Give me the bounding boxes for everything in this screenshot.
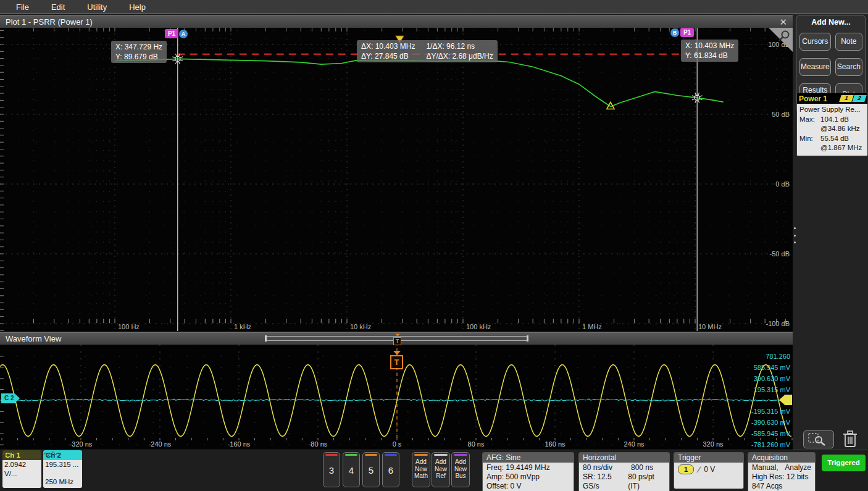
acquisition-title: Acquisition <box>748 453 815 463</box>
zoom-select-button[interactable] <box>803 430 834 448</box>
close-icon[interactable]: ✕ <box>779 17 787 27</box>
channel1-coupling-icons <box>4 478 40 486</box>
power1-measurement-card[interactable]: Power 1 1 2 Power Supply Re... Max:104.1… <box>796 93 868 156</box>
channel5-add-button[interactable]: 5 <box>362 452 380 487</box>
menu-bar: FileEditUtilityHelp <box>0 0 868 14</box>
rising-edge-icon: ∕ <box>698 465 699 474</box>
waveform-y-tick-label: 195.315 mV <box>754 386 791 393</box>
cursor-b-x: X: 10.403 MHz <box>685 41 734 51</box>
waveform-x-tick-label: 320 ns <box>703 440 724 448</box>
add-new-bus-button[interactable]: AddNewBus <box>451 452 470 487</box>
psrr-x-tick-label: 1 MHz <box>582 323 602 330</box>
delta-y-over-x: ΔY/ΔX: 2.68 μdB/Hz <box>426 51 493 61</box>
channel1-badge[interactable]: Ch 1 2.0942 V/... 250 MHz Bw <box>2 450 41 488</box>
power1-title: Power 1 <box>799 94 840 103</box>
afg-title: AFG: Sine <box>483 453 574 463</box>
trigger-position-marker[interactable]: T <box>390 351 403 369</box>
menu-item-utility[interactable]: Utility <box>87 2 107 12</box>
trigger-level: 0 V <box>704 465 715 474</box>
psrr-chart: 100 Hz1 kHz10 kHz100 kHz1 MHz10 MHz100 d… <box>0 28 793 331</box>
psrr-x-tick-label: 1 kHz <box>234 323 251 330</box>
channel1-bandwidth: 250 MHz <box>4 487 33 488</box>
inverse-delta-x: 1/ΔX: 96.12 ns <box>426 41 493 51</box>
bottom-settings-bar: Ch 1 2.0942 V/... 250 MHz Bw Ch 2 195.31… <box>0 450 868 491</box>
cursor-a-plot-badge[interactable]: P1 <box>165 29 178 38</box>
add-new-math-button[interactable]: AddNewMath <box>412 452 430 487</box>
waveform-x-tick-label: -240 ns <box>149 440 172 448</box>
psrr-y-tick-label: 0 dB <box>775 180 790 188</box>
plot-window-titlebar[interactable]: Plot 1 - PSRR (Power 1) ✕ <box>0 15 793 28</box>
ch2-trace <box>0 399 791 401</box>
waveform-y-tick-label: -781.260 mV <box>751 441 791 448</box>
menu-item-file[interactable]: File <box>16 2 29 12</box>
channel2-badge[interactable]: Ch 2 195.315 ... 250 MHz Bw <box>43 450 82 488</box>
psrr-x-tick-label: 100 kHz <box>466 323 491 330</box>
trigger-source-badge: 1 <box>678 464 694 474</box>
power1-min-value: 55.54 dB <box>820 134 849 144</box>
acquisition-count: 847 Acqs <box>752 482 811 491</box>
delta-readout: ΔX: 10.403 MHz 1/ΔX: 96.12 ns ΔY: 27.845… <box>357 40 498 62</box>
waveform-window-title: Waveform View <box>6 334 61 343</box>
waveform-y-tick-label: -390.630 mV <box>751 419 791 426</box>
channel6-add-button[interactable]: 6 <box>382 452 399 487</box>
add-new-search-button[interactable]: Search <box>835 58 862 76</box>
power1-min-at: @1.867 MHz <box>820 143 862 153</box>
waveform-y-tick-label: 585.945 mV <box>754 364 791 371</box>
add-new-cursors-button[interactable]: Cursors <box>799 33 831 51</box>
channel2-bandwidth: 250 MHz <box>45 478 73 485</box>
add-new-measure-button[interactable]: Measure <box>799 58 831 76</box>
afg-panel[interactable]: AFG: Sine Freq: 19.4149 MHzAmp: 500 mVpp… <box>482 452 574 491</box>
menu-item-help[interactable]: Help <box>129 2 146 12</box>
cursor-a-badge[interactable]: A <box>179 30 188 38</box>
trigger-status-badge: Triggered <box>822 455 866 471</box>
psrr-curve <box>115 59 724 106</box>
waveform-x-tick-label: 80 ns <box>468 440 485 448</box>
psrr-y-tick-label: -50 dB <box>770 250 790 258</box>
power1-max-at: @34.86 kHz <box>820 124 859 134</box>
acquisition-panel[interactable]: Acquisition Manual,Analyze High Res: 12 … <box>748 452 816 491</box>
add-new-ref-button[interactable]: AddNewRef <box>432 452 450 487</box>
waveform-x-tick-label: 0 s <box>393 440 402 448</box>
cursor-a-x: X: 347.729 Hz <box>115 42 162 52</box>
waveform-x-tick-label: 240 ns <box>624 440 645 448</box>
psrr-plot-area[interactable]: 100 Hz1 kHz10 kHz100 kHz1 MHz10 MHz100 d… <box>0 28 793 331</box>
add-new-label: Add New... <box>799 18 862 27</box>
sidebar: Tektronix Add New... CursorsNoteMeasureS… <box>793 0 868 491</box>
source1-flag: 1 <box>839 95 854 102</box>
waveform-y-tick-label: -585.945 mV <box>751 430 791 437</box>
add-new-note-button[interactable]: Note <box>835 33 862 51</box>
power1-max-value: 104.1 dB <box>820 115 849 125</box>
source2-flag: 2 <box>852 95 867 102</box>
menu-item-edit[interactable]: Edit <box>51 2 65 12</box>
delta-y: ΔY: 27.845 dB <box>361 51 415 61</box>
channel2-scale: 195.315 ... <box>45 460 80 469</box>
trash-icon[interactable] <box>842 429 858 448</box>
waveform-x-tick-label: 160 ns <box>545 440 565 448</box>
channel4-add-button[interactable]: 4 <box>343 452 360 487</box>
psrr-x-tick-label: 100 Hz <box>118 323 140 330</box>
waveform-x-tick-label: -80 ns <box>309 440 328 448</box>
cursor-a-readout: X: 347.729 Hz Y: 89.679 dB <box>111 41 167 63</box>
horizontal-panel[interactable]: Horizontal 80 ns/div800 nsSR: 12.5 GS/s8… <box>578 452 670 491</box>
trigger-panel[interactable]: Trigger 1 ∕ 0 V <box>674 452 744 489</box>
delta-x: ΔX: 10.403 MHz <box>361 41 415 51</box>
acquisition-mode: High Res: 12 bits <box>752 472 811 482</box>
cursor-b-badge[interactable]: B <box>670 28 679 37</box>
cursor-b-plot-badge[interactable]: P1 <box>680 28 694 37</box>
channel1-scale: 2.0942 V/... <box>4 460 40 478</box>
psrr-x-tick-label: 10 MHz <box>698 323 722 330</box>
trigger-position-marker-mini[interactable]: T <box>393 333 401 345</box>
waveform-x-tick-label: -160 ns <box>228 440 251 448</box>
waveform-y-tick-label: 390.630 mV <box>754 375 791 382</box>
waveform-y-tick-label: -195.315 mV <box>751 408 791 415</box>
panel-drag-handle[interactable] <box>794 227 796 243</box>
afg-row: Amp: 500 mVpp <box>486 472 570 482</box>
channel3-add-button[interactable]: 3 <box>323 452 340 487</box>
cursor-b-readout: X: 10.403 MHz Y: 61.834 dB <box>681 40 738 62</box>
plot-zoom-corner-icon[interactable] <box>769 28 793 52</box>
cursor-b-y: Y: 61.834 dB <box>685 51 734 61</box>
cursor-a-y: Y: 89.679 dB <box>115 52 162 62</box>
waveform-y-tick-label: 781.260 <box>766 353 790 360</box>
psrr-x-tick-label: 10 kHz <box>350 323 371 330</box>
plot-window-title: Plot 1 - PSRR (Power 1) <box>6 17 93 27</box>
